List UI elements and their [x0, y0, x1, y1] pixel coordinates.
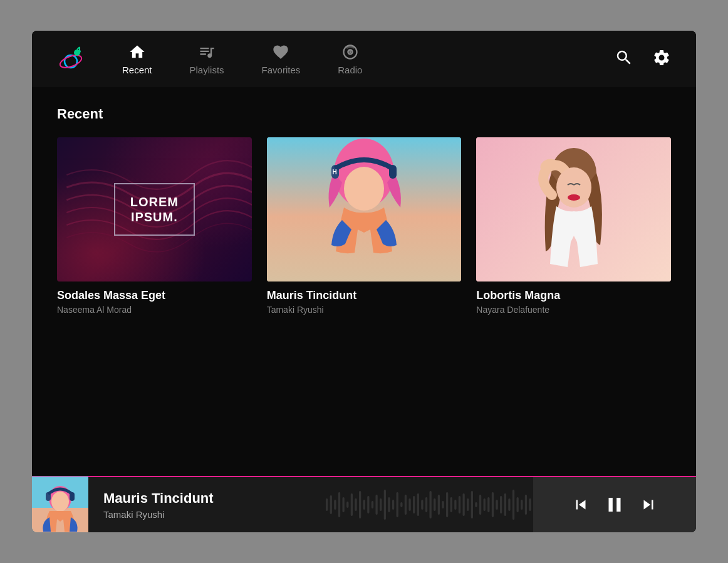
- svg-rect-36: [384, 490, 386, 520]
- card1-image: LOREM IPSUM.: [57, 137, 252, 282]
- nav-label-favorites: Favorites: [262, 65, 301, 75]
- section-title: Recent: [57, 106, 671, 122]
- radio-icon: [341, 43, 359, 61]
- card3-title: Lobortis Magna: [476, 289, 671, 302]
- svg-point-5: [78, 50, 81, 53]
- svg-point-15: [568, 194, 580, 201]
- playlists-icon: [198, 43, 216, 61]
- card1-box: LOREM IPSUM.: [114, 183, 195, 236]
- card3-figure: [476, 137, 671, 282]
- card1-text-line2: IPSUM.: [130, 209, 179, 224]
- nav-item-playlists[interactable]: Playlists: [190, 43, 224, 75]
- svg-rect-44: [417, 493, 419, 516]
- card3-subtitle: Nayara Delafuente: [476, 305, 671, 315]
- svg-rect-63: [496, 500, 497, 510]
- svg-rect-59: [479, 495, 481, 515]
- skip-next-icon: [639, 495, 658, 514]
- svg-rect-42: [408, 498, 410, 511]
- cards-grid: LOREM IPSUM. Sodales Massa Eget Naseema …: [57, 137, 671, 315]
- card3-person-svg: [517, 139, 630, 282]
- svg-rect-53: [454, 500, 456, 510]
- svg-rect-25: [338, 492, 340, 517]
- svg-rect-47: [430, 491, 432, 518]
- svg-point-6: [349, 51, 351, 53]
- card2-title: Mauris Tincidunt: [267, 289, 462, 302]
- nav-label-playlists: Playlists: [190, 65, 224, 75]
- card2-figure: H: [267, 137, 462, 282]
- svg-rect-51: [446, 492, 448, 517]
- card-lobortis[interactable]: Lobortis Magna Nayara Delafuente: [476, 137, 671, 315]
- svg-rect-28: [351, 493, 353, 516]
- svg-rect-65: [504, 493, 506, 516]
- svg-rect-55: [462, 493, 464, 516]
- player-bar: Mauris Tincidunt Tamaki Ryushi: [32, 476, 696, 532]
- player-thumbnail: [32, 476, 88, 532]
- skip-previous-icon: [571, 495, 590, 514]
- svg-rect-38: [392, 500, 394, 510]
- svg-rect-40: [400, 502, 402, 507]
- svg-rect-33: [372, 501, 373, 508]
- svg-rect-41: [405, 495, 407, 515]
- card3-image: [476, 137, 671, 282]
- card1-title: Sodales Massa Eget: [57, 289, 252, 302]
- svg-rect-26: [342, 497, 344, 512]
- nav-items: Recent Playlists Favorites: [122, 43, 615, 75]
- svg-rect-66: [508, 498, 510, 511]
- svg-rect-32: [367, 496, 369, 513]
- next-button[interactable]: [639, 495, 658, 514]
- svg-rect-70: [525, 495, 527, 515]
- svg-rect-37: [388, 497, 390, 512]
- player-artist: Tamaki Ryushi: [103, 509, 311, 520]
- svg-rect-68: [517, 497, 519, 512]
- svg-text:H: H: [332, 169, 336, 176]
- svg-rect-57: [471, 491, 473, 518]
- svg-rect-22: [326, 498, 328, 511]
- settings-button[interactable]: [652, 48, 671, 70]
- player-thumb-svg: [32, 476, 88, 532]
- svg-rect-45: [421, 500, 423, 510]
- waveform-svg: [326, 486, 533, 524]
- favorites-icon: [272, 43, 289, 61]
- svg-rect-62: [492, 492, 494, 517]
- logo[interactable]: [57, 44, 85, 74]
- nav-right: [615, 48, 671, 70]
- main-content: Recent LOREM: [32, 87, 696, 476]
- svg-rect-69: [521, 500, 523, 510]
- svg-rect-23: [330, 495, 332, 514]
- svg-rect-24: [334, 500, 336, 510]
- search-icon: [615, 48, 633, 67]
- svg-point-0: [65, 55, 77, 68]
- player-title: Mauris Tincidunt: [103, 490, 311, 507]
- svg-rect-27: [346, 502, 348, 508]
- svg-rect-29: [355, 498, 356, 511]
- nav-item-favorites[interactable]: Favorites: [262, 43, 301, 75]
- card1-text-line1: LOREM: [130, 194, 179, 209]
- svg-point-10: [344, 167, 384, 211]
- top-nav: Recent Playlists Favorites: [32, 31, 696, 87]
- svg-rect-34: [375, 495, 377, 515]
- svg-rect-58: [475, 502, 477, 507]
- svg-rect-61: [487, 497, 489, 512]
- svg-rect-52: [450, 497, 452, 512]
- svg-rect-43: [413, 496, 415, 513]
- card2-subtitle: Tamaki Ryushi: [267, 305, 462, 315]
- svg-point-19: [51, 492, 69, 512]
- nav-item-radio[interactable]: Radio: [338, 43, 362, 75]
- pause-icon: [603, 493, 627, 517]
- svg-rect-50: [442, 501, 444, 508]
- card1-subtitle: Naseema Al Morad: [57, 305, 252, 315]
- prev-button[interactable]: [571, 495, 590, 514]
- player-info: Mauris Tincidunt Tamaki Ryushi: [88, 490, 326, 520]
- card2-image: H: [267, 137, 462, 282]
- svg-rect-49: [438, 495, 440, 515]
- nav-item-recent[interactable]: Recent: [122, 43, 152, 75]
- card-sodales[interactable]: LOREM IPSUM. Sodales Massa Eget Naseema …: [57, 137, 252, 315]
- card2-person-svg: H: [308, 139, 420, 282]
- svg-point-14: [556, 167, 591, 208]
- card-mauris[interactable]: H Mauris Tincidunt Tamaki Ryushi: [267, 137, 462, 315]
- pause-button[interactable]: [603, 493, 627, 517]
- nav-label-recent: Recent: [122, 65, 152, 75]
- home-icon: [128, 43, 146, 61]
- search-button[interactable]: [615, 48, 633, 70]
- svg-rect-46: [425, 497, 427, 512]
